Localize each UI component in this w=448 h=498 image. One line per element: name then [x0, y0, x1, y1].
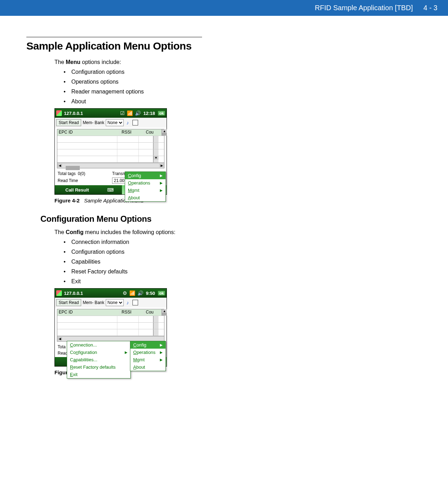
music-note-icon[interactable]: ♪: [126, 120, 129, 125]
header-page-number: 4 - 3: [423, 4, 437, 12]
checkbox[interactable]: [132, 300, 138, 305]
softkey-left[interactable]: Call Result: [55, 187, 99, 193]
main-menu-popup: Config▶ Operations▶ Mgmt▶ About: [125, 172, 166, 202]
menu-item-about[interactable]: About: [125, 194, 165, 201]
list-item: Capabilities: [61, 259, 360, 265]
signal-icon[interactable]: 📶: [127, 110, 133, 116]
mem-bank-select[interactable]: None: [106, 119, 124, 126]
col-header-rssi[interactable]: RSSI: [120, 129, 144, 136]
windows-start-icon[interactable]: [56, 290, 62, 296]
volume-icon[interactable]: 🔊: [137, 290, 143, 296]
mem-bank-select[interactable]: None: [106, 299, 124, 306]
start-read-button[interactable]: Start Read: [56, 119, 81, 126]
section1-heading: Sample Application Menu Options: [26, 40, 360, 52]
volume-icon[interactable]: 🔊: [135, 110, 141, 116]
ok-button[interactable]: ok: [158, 111, 165, 116]
header-title: RFID Sample Application [TBD]: [315, 4, 413, 12]
figure-4-2: 127.0.0.1 ☑ 📶 🔊 12:18 ok Start Read Mem-…: [26, 108, 360, 195]
data-grid: EPC ID RSSI Cou ▲ ◀: [57, 309, 164, 342]
list-item: Reader management options: [61, 89, 360, 95]
total-label-cut: Tota: [58, 344, 66, 349]
clock: 12:18: [143, 111, 155, 116]
chevron-right-icon: ▶: [160, 188, 163, 192]
list-item: Operations options: [61, 79, 360, 85]
start-read-button[interactable]: Start Read: [56, 299, 81, 306]
chevron-right-icon: ▶: [125, 350, 128, 354]
signal-icon[interactable]: 📶: [129, 290, 135, 296]
read-label-cut: Read: [58, 351, 68, 356]
scroll-left-icon[interactable]: ◀: [57, 337, 62, 341]
scroll-down-icon[interactable]: ▼: [154, 156, 158, 160]
submenu-item-capabilities[interactable]: Capabilities...: [67, 356, 130, 363]
ok-button[interactable]: ok: [158, 291, 165, 296]
keyboard-icon[interactable]: ⌨: [99, 187, 122, 193]
titlebar-ip: 127.0.0.1: [64, 111, 83, 116]
section2-intro: The Config menu includes the following o…: [54, 229, 360, 235]
clock: 9:50: [146, 291, 155, 296]
total-tags-value: 0(0): [78, 171, 85, 176]
list-item: About: [61, 98, 360, 105]
col-header-count[interactable]: Cou: [144, 129, 162, 136]
section1-bullets: Configuration options Operations options…: [61, 69, 360, 105]
titlebar: 127.0.0.1 ⚙ 📶 🔊 9:50 ok: [55, 289, 167, 298]
scroll-up-icon[interactable]: ▲: [162, 309, 167, 313]
scroll-right-icon[interactable]: ▶: [159, 164, 164, 167]
section2-heading: Configuration Menu Options: [40, 214, 360, 224]
titlebar: 127.0.0.1 ☑ 📶 🔊 12:18 ok: [55, 109, 167, 118]
config-submenu-popup: Connection... Configuration▶ Capabilitie…: [67, 341, 131, 379]
music-note-icon[interactable]: ♪: [126, 300, 129, 305]
page-header: RFID Sample Application [TBD] 4 - 3: [0, 0, 448, 16]
horizontal-scrollbar[interactable]: ◀: [57, 336, 164, 341]
chevron-right-icon: ▶: [160, 174, 163, 177]
mem-bank-label: Mem- Bank: [83, 300, 104, 305]
col-header-epc[interactable]: EPC ID: [57, 129, 120, 136]
task-icon[interactable]: ☑: [120, 110, 125, 116]
figure-4-3: 127.0.0.1 ⚙ 📶 🔊 9:50 ok Start Read Mem- …: [26, 288, 360, 367]
submenu-item-exit[interactable]: Exit: [67, 371, 130, 378]
scroll-thumb[interactable]: [162, 133, 167, 136]
submenu-item-reset[interactable]: Reset Factory defaults: [67, 363, 130, 371]
submenu-item-connection[interactable]: Connection...: [67, 341, 130, 349]
section1-intro: The Menu options include:: [54, 59, 360, 65]
chevron-right-icon: ▶: [160, 358, 163, 362]
section-rule: [26, 37, 202, 37]
chevron-right-icon: ▶: [160, 181, 163, 185]
col-header-epc[interactable]: EPC ID: [57, 309, 120, 316]
toolbar: Start Read Mem- Bank None ♪: [55, 298, 167, 308]
col-header-count[interactable]: Cou: [144, 309, 162, 316]
menu-item-about[interactable]: About: [130, 363, 165, 371]
checkbox[interactable]: [132, 120, 138, 125]
total-tags-label: Total tags: [58, 171, 76, 176]
scroll-thumb[interactable]: [162, 313, 167, 316]
menu-item-mgmt[interactable]: Mgmt▶: [130, 356, 165, 363]
menu-item-config[interactable]: Config▶: [130, 341, 165, 349]
horizontal-scrollbar[interactable]: ◀ ▶: [57, 163, 164, 168]
read-time-label: Read Time: [58, 178, 78, 183]
scroll-up-icon[interactable]: ▲: [162, 129, 167, 133]
figure-4-2-caption: Figure 4-2 Sample Application Menu: [54, 198, 360, 203]
list-item: Exit: [61, 278, 360, 285]
main-menu-popup-2: Config▶ Operations▶ Mgmt▶ About: [130, 341, 166, 371]
hscroll-thumb[interactable]: [66, 166, 80, 170]
list-item: Connection information: [61, 239, 360, 245]
chevron-right-icon: ▶: [160, 350, 163, 354]
menu-item-operations[interactable]: Operations▶: [130, 349, 165, 356]
menu-item-mgmt[interactable]: Mgmt▶: [125, 187, 165, 194]
chevron-right-icon: ▶: [160, 343, 163, 347]
menu-item-operations[interactable]: Operations▶: [125, 179, 165, 187]
submenu-item-configuration[interactable]: Configuration▶: [67, 349, 130, 356]
list-item: Reset Factory defaults: [61, 269, 360, 275]
scroll-left-icon[interactable]: ◀: [57, 164, 62, 167]
connectivity-icon[interactable]: ⚙: [123, 290, 127, 296]
windows-start-icon[interactable]: [56, 110, 62, 116]
section2-bullets: Connection information Configuration opt…: [61, 239, 360, 285]
col-header-rssi[interactable]: RSSI: [120, 309, 144, 316]
toolbar: Start Read Mem- Bank None ♪: [55, 118, 167, 128]
list-item: Configuration options: [61, 69, 360, 75]
list-item: Configuration options: [61, 249, 360, 255]
mem-bank-label: Mem- Bank: [83, 120, 104, 125]
titlebar-ip: 127.0.0.1: [64, 291, 83, 296]
data-grid: EPC ID RSSI Cou ▲ ▼ ◀ ▶: [57, 129, 164, 168]
menu-item-config[interactable]: Config▶: [125, 172, 165, 179]
